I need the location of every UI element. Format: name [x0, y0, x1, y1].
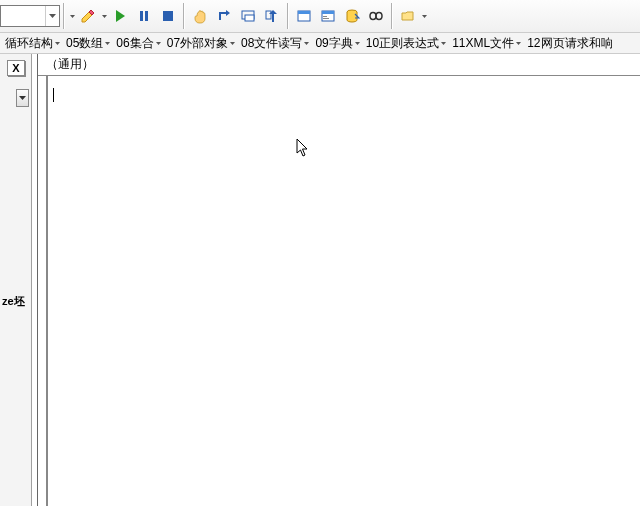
code-editor[interactable] — [46, 76, 640, 506]
editor-scope-label: （通用） — [46, 56, 94, 73]
step-over-icon[interactable] — [237, 5, 259, 27]
main-area: X ze坯 （通用） — [0, 54, 640, 506]
svg-rect-2 — [163, 11, 173, 21]
stop-icon[interactable] — [157, 5, 179, 27]
properties-icon[interactable] — [317, 5, 339, 27]
toolbar — [0, 0, 640, 33]
database-icon[interactable] — [341, 5, 363, 27]
menu-07-external-object[interactable]: 07外部对象 — [164, 33, 238, 54]
pause-icon[interactable] — [133, 5, 155, 27]
folder-icon[interactable] — [397, 5, 419, 27]
toolbar-separator — [391, 3, 393, 29]
close-icon[interactable]: X — [7, 60, 25, 76]
svg-rect-7 — [298, 11, 310, 14]
step-into-icon[interactable] — [213, 5, 235, 27]
svg-point-13 — [370, 13, 376, 20]
editor-pane: （通用） — [37, 54, 640, 506]
svg-rect-10 — [323, 16, 327, 17]
combo-box[interactable] — [0, 5, 60, 27]
menu-12-web-request[interactable]: 12网页请求和响 — [524, 33, 615, 54]
menu-10-regex[interactable]: 10正则表达式 — [363, 33, 449, 54]
toolbar-separator — [287, 3, 289, 29]
menubar: 循环结构 05数组 06集合 07外部对象 08文件读写 09字典 10正则表达… — [0, 33, 640, 54]
ze-label: ze坯 — [2, 294, 25, 309]
window-icon[interactable] — [293, 5, 315, 27]
menu-08-file-rw[interactable]: 08文件读写 — [238, 33, 312, 54]
toolbar-dropdown-icon[interactable] — [420, 15, 428, 18]
svg-rect-1 — [145, 11, 148, 21]
menu-loop-structure[interactable]: 循环结构 — [2, 33, 63, 54]
svg-point-14 — [376, 13, 382, 20]
menu-06-collection[interactable]: 06集合 — [113, 33, 163, 54]
svg-rect-5 — [266, 11, 271, 19]
menu-11-xml-file[interactable]: 11XML文件 — [449, 33, 524, 54]
svg-rect-0 — [140, 11, 143, 21]
text-cursor — [53, 88, 54, 102]
svg-rect-11 — [323, 18, 329, 19]
hand-icon[interactable] — [189, 5, 211, 27]
cursor-icon — [296, 138, 310, 161]
toolbar-separator — [183, 3, 185, 29]
svg-rect-4 — [245, 15, 254, 21]
toolbar-dropdown-icon[interactable] — [68, 15, 76, 18]
link-icon[interactable] — [365, 5, 387, 27]
editor-scope-dropdown[interactable]: （通用） — [38, 54, 640, 76]
menu-05-array[interactable]: 05数组 — [63, 33, 113, 54]
left-pane: X ze坯 — [0, 54, 32, 506]
step-out-icon[interactable] — [261, 5, 283, 27]
left-dropdown-icon[interactable] — [16, 89, 29, 107]
chevron-down-icon[interactable] — [45, 6, 59, 26]
play-icon[interactable] — [109, 5, 131, 27]
toolbar-separator — [63, 3, 65, 29]
menu-09-dictionary[interactable]: 09字典 — [312, 33, 362, 54]
svg-rect-9 — [322, 11, 334, 14]
edit-icon[interactable] — [77, 5, 99, 27]
toolbar-dropdown-icon[interactable] — [100, 15, 108, 18]
